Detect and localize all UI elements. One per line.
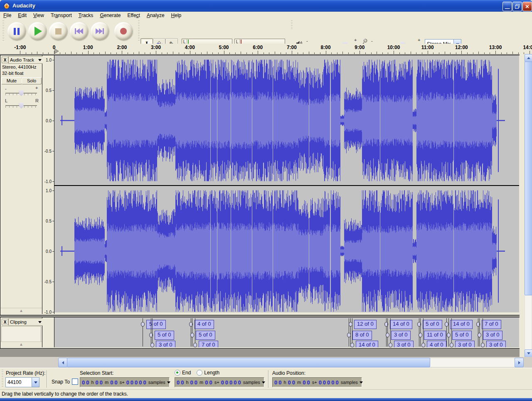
time-digits[interactable]: 00 [303,379,311,386]
label-handle[interactable] [450,343,453,347]
scroll-up-button[interactable] [525,54,532,62]
label-handle[interactable] [421,343,425,347]
clipping-label[interactable]: 7 of 0 [482,320,501,329]
record-button[interactable] [114,22,133,40]
time-digits[interactable]: 00 [96,379,104,386]
project-rate-dropdown-button[interactable] [32,378,39,387]
label-handle[interactable] [190,333,194,337]
label-handle[interactable] [389,343,392,347]
time-digits[interactable]: 00 [82,379,90,386]
clipping-label[interactable]: 5 of 0 [452,331,472,340]
selection-end-field[interactable]: 00h00m00s+00000samples [175,377,264,387]
mixer-toolbar-grip[interactable] [291,20,293,30]
rewind-button[interactable] [70,22,88,40]
snap-to-checkbox[interactable] [72,379,78,385]
label-handle[interactable] [350,343,354,347]
time-digits[interactable]: 00000 [319,379,340,386]
minimize-button[interactable]: — [502,2,512,11]
clipping-label[interactable]: 11 of 0 [424,331,446,340]
transport-toolbar-grip[interactable] [2,20,4,42]
time-digits[interactable]: 00 [190,379,199,386]
time-digits[interactable]: 00 [274,379,283,386]
clipping-label[interactable]: 5 of 0 [155,331,174,340]
horizontal-scroll-thumb[interactable] [67,358,430,367]
clipping-label[interactable]: 5 of 0 [196,331,215,340]
audio-track-close-button[interactable]: X [2,57,8,63]
menu-view[interactable]: View [30,12,47,19]
time-digits[interactable]: 00 [205,379,213,386]
clipping-label[interactable]: 5 of 0 [423,320,442,329]
clipping-label[interactable]: 4 of 0 [195,320,214,329]
label-handle[interactable] [193,343,197,347]
time-format-dropdown[interactable] [262,381,265,384]
label-handle[interactable] [419,333,422,337]
label-handle[interactable] [150,343,154,347]
clipping-label[interactable]: 3 of 0 [156,341,175,347]
clipping-label[interactable]: 8 of 0 [352,331,372,340]
time-format-dropdown[interactable] [360,381,363,384]
time-digits[interactable]: 00000 [221,379,242,386]
clipping-label[interactable]: 7 of 0 [199,341,218,347]
menu-tracks[interactable]: Tracks [75,12,97,19]
label-handle[interactable] [481,343,485,347]
forward-button[interactable] [91,22,109,40]
time-digits[interactable]: 00 [177,379,185,386]
restore-button[interactable] [512,2,522,11]
clipping-label[interactable]: 3 of 0 [394,341,414,347]
label-handle[interactable] [386,333,389,337]
stop-button[interactable] [49,22,67,40]
time-format-dropdown[interactable] [167,381,170,384]
clipping-label[interactable]: 14 of 0 [356,341,378,347]
pause-button[interactable] [7,22,26,40]
time-digits[interactable]: 00000 [126,379,148,386]
label-track-collapse-button[interactable]: ▲ [0,342,42,347]
project-rate-select[interactable]: 44100 [5,377,39,387]
gain-slider[interactable] [5,93,37,95]
clipping-label[interactable]: 3 of 0 [391,331,411,340]
menu-file[interactable]: File [0,12,15,19]
clipping-label[interactable]: 12 of 0 [354,320,377,329]
label-track-content[interactable]: 5 of 04 of 012 of 014 of 05 of 014 of 07… [54,317,519,347]
scroll-left-button[interactable] [58,358,67,367]
selection-toolbar-grip[interactable] [2,370,3,388]
stereo-waveform[interactable] [54,55,519,312]
time-digits[interactable]: 00 [110,379,118,386]
mute-button[interactable]: Mute [1,77,22,84]
clipping-label[interactable]: 5 of 0 [146,320,166,329]
playhead-marker[interactable] [54,49,59,54]
label-handle[interactable] [478,333,481,337]
pan-slider[interactable] [5,105,37,108]
label-track-close-button[interactable]: X [2,319,8,325]
menu-effect[interactable]: Effect [124,12,143,19]
timeline-ruler[interactable]: -1:0001:002:003:004:005:006:007:008:009:… [0,44,532,54]
audio-position-field[interactable]: 00h00m00s+00000samples [272,377,362,387]
label-handle[interactable] [445,322,448,327]
clipping-label[interactable]: 14 of 0 [450,320,473,329]
amplitude-ruler[interactable]: 1.00.50.0-0.5-1.01.00.50.0-0.5-1.0 [42,55,54,314]
scroll-right-button[interactable] [515,358,524,367]
label-handle[interactable] [347,333,351,337]
label-track-menu[interactable]: Clipping [8,318,43,326]
clipping-label[interactable]: 4 of 0 [427,341,446,347]
menu-generate[interactable]: Generate [96,12,124,19]
menu-help[interactable]: Help [168,12,185,19]
tools-toolbar-grip[interactable] [138,20,140,42]
clipping-label[interactable]: 14 of 0 [390,320,412,329]
menu-edit[interactable]: Edit [15,12,30,19]
label-handle[interactable] [447,333,451,337]
length-radio[interactable] [197,370,202,376]
selection-start-field[interactable]: 00h00m00s+00000samples [80,377,170,387]
play-button[interactable] [28,22,47,40]
vertical-scroll-thumb[interactable] [525,62,532,295]
label-handle[interactable] [141,322,145,327]
menu-analyze[interactable]: Analyze [143,12,168,19]
end-radio[interactable] [175,370,180,376]
close-button[interactable]: ✕ [522,2,532,11]
time-digits[interactable]: 00 [288,379,296,386]
audio-track-menu[interactable]: Audio Track [8,56,43,64]
scroll-down-button[interactable] [525,349,532,357]
clipping-label[interactable]: 3 of 0 [455,341,475,347]
audio-track-collapse-button[interactable]: ▲ [0,308,42,314]
solo-button[interactable]: Solo [22,77,42,84]
clipping-label[interactable]: 3 of 0 [483,331,502,340]
